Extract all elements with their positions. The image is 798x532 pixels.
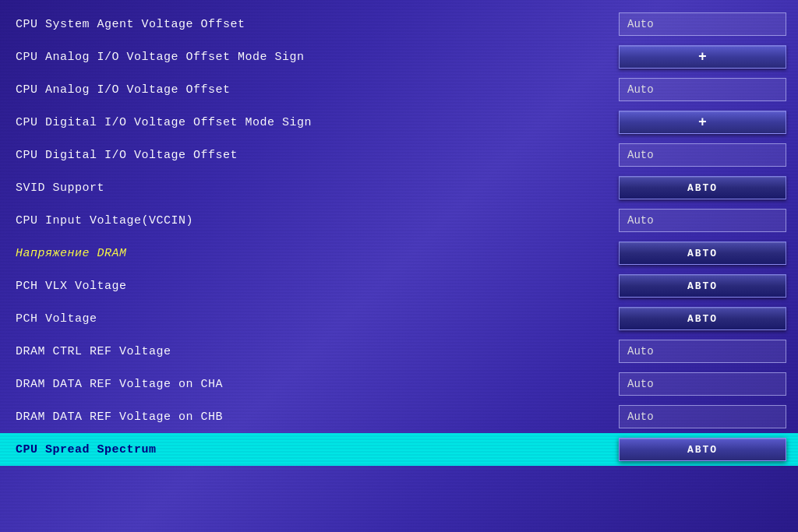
bios-row-cpu-input-voltage-vccin[interactable]: CPU Input Voltage(VCCIN)Auto [0, 204, 798, 237]
value-dram-data-ref-voltage-cha[interactable]: Auto [619, 372, 786, 396]
value-cpu-spread-spectrum[interactable]: АВТО [619, 438, 786, 461]
label-dram-data-ref-voltage-chb: DRAM DATA REF Voltage on CHB [16, 410, 223, 424]
value-cpu-digital-io-voltage-offset-mode-sign[interactable]: + [619, 111, 786, 134]
value-cpu-analog-io-voltage-offset-mode-sign[interactable]: + [619, 45, 786, 69]
value-pch-vlx-voltage[interactable]: АВТО [619, 274, 786, 298]
label-pch-voltage: PCH Voltage [16, 312, 97, 326]
bios-row-cpu-digital-io-voltage-offset[interactable]: CPU Digital I/O Voltage OffsetAuto [0, 139, 798, 171]
label-cpu-spread-spectrum: CPU Spread Spectrum [16, 443, 157, 456]
value-cpu-input-voltage-vccin[interactable]: Auto [619, 209, 786, 232]
label-dram-ctrl-ref-voltage: DRAM CTRL REF Voltage [16, 345, 171, 358]
value-dram-ctrl-ref-voltage[interactable]: Auto [619, 340, 786, 363]
value-napryazhenie-dram[interactable]: АВТО [619, 241, 786, 265]
label-cpu-digital-io-voltage-offset: CPU Digital I/O Voltage Offset [16, 149, 238, 162]
bios-row-svid-support[interactable]: SVID SupportАВТО [0, 171, 798, 204]
bios-row-cpu-system-agent-voltage-offset[interactable]: CPU System Agent Voltage OffsetAuto [0, 8, 798, 41]
value-dram-data-ref-voltage-chb[interactable]: Auto [619, 405, 786, 428]
bios-row-dram-data-ref-voltage-cha[interactable]: DRAM DATA REF Voltage on CHAAuto [0, 368, 798, 400]
bios-row-cpu-digital-io-voltage-offset-mode-sign[interactable]: CPU Digital I/O Voltage Offset Mode Sign… [0, 106, 798, 139]
value-cpu-digital-io-voltage-offset[interactable]: Auto [619, 143, 786, 167]
bios-row-pch-vlx-voltage[interactable]: PCH VLX VoltageАВТО [0, 270, 798, 302]
bios-row-cpu-spread-spectrum[interactable]: CPU Spread SpectrumАВТО [0, 433, 798, 466]
label-cpu-input-voltage-vccin: CPU Input Voltage(VCCIN) [16, 214, 193, 227]
label-cpu-analog-io-voltage-offset: CPU Analog I/O Voltage Offset [16, 83, 231, 97]
label-cpu-analog-io-voltage-offset-mode-sign: CPU Analog I/O Voltage Offset Mode Sign [16, 51, 305, 64]
bios-row-dram-ctrl-ref-voltage[interactable]: DRAM CTRL REF VoltageAuto [0, 335, 798, 368]
bios-row-cpu-analog-io-voltage-offset[interactable]: CPU Analog I/O Voltage OffsetAuto [0, 73, 798, 106]
label-napryazhenie-dram: Напряжение DRAM [16, 247, 127, 260]
label-cpu-digital-io-voltage-offset-mode-sign: CPU Digital I/O Voltage Offset Mode Sign [16, 116, 312, 129]
value-svid-support[interactable]: АВТО [619, 176, 786, 199]
label-dram-data-ref-voltage-cha: DRAM DATA REF Voltage on CHA [16, 378, 223, 391]
bios-row-napryazhenie-dram[interactable]: Напряжение DRAMАВТО [0, 237, 798, 270]
bios-row-dram-data-ref-voltage-chb[interactable]: DRAM DATA REF Voltage on CHBAuto [0, 400, 798, 433]
label-svid-support: SVID Support [16, 181, 104, 195]
bios-screen: CPU System Agent Voltage OffsetAutoCPU A… [0, 0, 798, 532]
value-pch-voltage[interactable]: АВТО [619, 307, 786, 330]
value-cpu-system-agent-voltage-offset[interactable]: Auto [619, 12, 786, 36]
value-cpu-analog-io-voltage-offset[interactable]: Auto [619, 78, 786, 101]
label-pch-vlx-voltage: PCH VLX Voltage [16, 280, 127, 293]
label-cpu-system-agent-voltage-offset: CPU System Agent Voltage Offset [16, 18, 245, 31]
bios-row-pch-voltage[interactable]: PCH VoltageАВТО [0, 302, 798, 335]
bios-row-cpu-analog-io-voltage-offset-mode-sign[interactable]: CPU Analog I/O Voltage Offset Mode Sign+ [0, 41, 798, 73]
